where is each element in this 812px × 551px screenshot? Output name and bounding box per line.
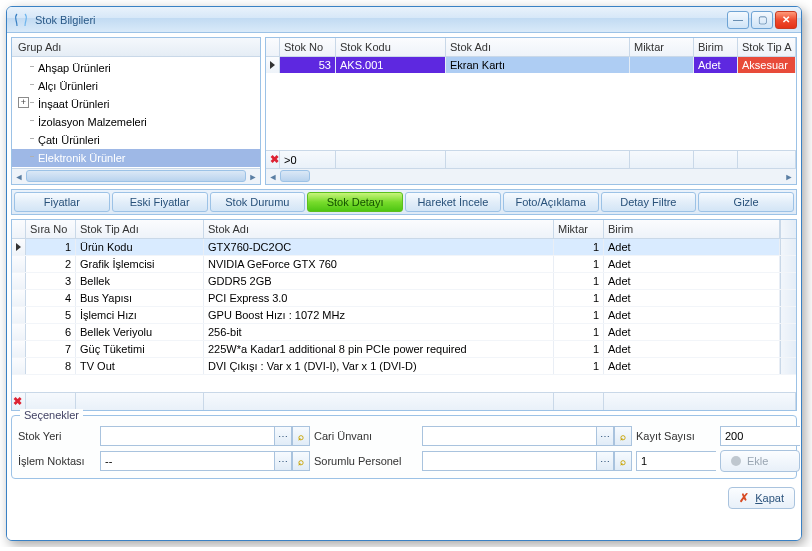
stock-grid-body[interactable]: 53AKS.001Ekran KartıAdetAksesuar — [266, 57, 796, 150]
detail-row[interactable]: 5İşlemci HızıGPU Boost Hızı : 1072 MHz1A… — [12, 307, 796, 324]
filter-clear-icon[interactable]: ✖ — [270, 153, 279, 166]
dcol-sira[interactable]: Sıra No — [26, 220, 76, 238]
tree-item[interactable]: Alçı Ürünleri — [12, 77, 260, 95]
detail-grid-body[interactable]: 1Ürün KoduGTX760-DC2OC1Adet2Grafik İşlem… — [12, 239, 796, 392]
cari-input[interactable]: ⋯ ⌕ — [422, 426, 632, 446]
group-tree[interactable]: Ahşap ÜrünleriAlçı Ürünleriİnşaat Ürünle… — [12, 57, 260, 168]
dcol-tip[interactable]: Stok Tip Adı — [76, 220, 204, 238]
detail-row[interactable]: 7Güç Tüketimi225W*a Kadar1 additional 8 … — [12, 341, 796, 358]
app-icon — [13, 12, 29, 28]
sorumlu-input[interactable]: ⋯ ⌕ — [422, 451, 632, 471]
tab-stok-durumu[interactable]: Stok Durumu — [210, 192, 306, 212]
tree-item[interactable]: Ahşap Ürünleri — [12, 59, 260, 77]
options-panel: Seçenekler Stok Yeri ⋯ ⌕ Cari Ünvanı ⋯ ⌕… — [11, 415, 797, 479]
window-close-button[interactable]: ✕ — [775, 11, 797, 29]
col-stok-adi[interactable]: Stok Adı — [446, 38, 630, 56]
tab-stok-detay-[interactable]: Stok Detayı — [307, 192, 403, 212]
stock-grid-panel: Stok No Stok Kodu Stok Adı Miktar Birim … — [265, 37, 797, 185]
page-spin[interactable]: ▲▼ — [636, 451, 716, 471]
tab-gizle[interactable]: Gizle — [698, 192, 794, 212]
window-title: Stok Bilgileri — [35, 14, 727, 26]
tree-item[interactable]: Elektronik Ürünler — [12, 149, 260, 167]
kapat-label: Kapat — [755, 492, 784, 504]
stok-yeri-field[interactable] — [100, 426, 274, 446]
ekle-label: Ekle — [747, 455, 768, 467]
stok-yeri-input[interactable]: ⋯ ⌕ — [100, 426, 310, 446]
lookup-icon[interactable]: ⋯ — [274, 426, 292, 446]
tree-scrollbar[interactable]: ◄► — [12, 168, 260, 184]
maximize-button[interactable]: ▢ — [751, 11, 773, 29]
titlebar[interactable]: Stok Bilgileri — ▢ ✕ — [7, 7, 801, 33]
tree-item[interactable]: Çatı Ürünleri — [12, 131, 260, 149]
kayit-sayisi-field[interactable] — [721, 427, 802, 445]
detail-row[interactable]: 3BellekGDDR5 2GB1Adet — [12, 273, 796, 290]
lbl-stok-yeri: Stok Yeri — [18, 430, 96, 442]
detail-grid-panel: Sıra No Stok Tip Adı Stok Adı Miktar Bir… — [11, 219, 797, 411]
lbl-sorumlu: Sorumlu Personel — [314, 455, 418, 467]
filter-stok-no[interactable]: >0 — [280, 151, 336, 168]
lookup-icon[interactable]: ⋯ — [596, 426, 614, 446]
detail-grid-footer[interactable]: ✖ — [12, 392, 796, 410]
stock-grid-filter-row[interactable]: ✖ >0 — [266, 150, 796, 168]
app-window: Stok Bilgileri — ▢ ✕ Grup Adı Ahşap Ürün… — [6, 6, 802, 541]
find-icon[interactable]: ⌕ — [614, 451, 632, 471]
stock-grid-hscroll[interactable]: ◄► — [266, 168, 796, 184]
lookup-icon[interactable]: ⋯ — [274, 451, 292, 471]
col-miktar[interactable]: Miktar — [630, 38, 694, 56]
kapat-button[interactable]: ✗ Kapat — [728, 487, 795, 509]
detail-row[interactable]: 6Bellek Veriyolu256-bit1Adet — [12, 324, 796, 341]
col-stok-tip[interactable]: Stok Tip A — [738, 38, 796, 56]
group-tree-panel: Grup Adı Ahşap ÜrünleriAlçı Ürünleriİnşa… — [11, 37, 261, 185]
islem-field[interactable] — [100, 451, 274, 471]
kayit-sayisi-spin[interactable]: ▲▼ — [720, 426, 800, 446]
lbl-kayit: Kayıt Sayısı — [636, 430, 716, 442]
plus-icon — [731, 456, 741, 466]
tab-hareket-i-ncele[interactable]: Hareket İncele — [405, 192, 501, 212]
find-icon[interactable]: ⌕ — [292, 451, 310, 471]
detail-filter-clear-icon[interactable]: ✖ — [13, 395, 22, 408]
group-tree-header[interactable]: Grup Adı — [12, 38, 260, 57]
tab-foto-a-klama[interactable]: Foto/Açıklama — [503, 192, 599, 212]
cari-field[interactable] — [422, 426, 596, 446]
col-birim[interactable]: Birim — [694, 38, 738, 56]
detail-tabs: FiyatlarEski FiyatlarStok DurumuStok Det… — [11, 189, 797, 215]
find-icon[interactable]: ⌕ — [614, 426, 632, 446]
options-legend: Seçenekler — [20, 409, 83, 421]
stock-row[interactable]: 53AKS.001Ekran KartıAdetAksesuar — [266, 57, 796, 73]
tab-eski-fiyatlar[interactable]: Eski Fiyatlar — [112, 192, 208, 212]
tree-item[interactable]: İzolasyon Malzemeleri — [12, 113, 260, 131]
detail-row[interactable]: 4Bus YapısıPCI Express 3.01Adet — [12, 290, 796, 307]
lbl-islem: İşlem Noktası — [18, 455, 96, 467]
stock-grid-header[interactable]: Stok No Stok Kodu Stok Adı Miktar Birim … — [266, 38, 796, 57]
tab-detay-filtre[interactable]: Detay Filtre — [601, 192, 697, 212]
dcol-miktar[interactable]: Miktar — [554, 220, 604, 238]
col-stok-no[interactable]: Stok No — [280, 38, 336, 56]
detail-row[interactable]: 2Grafik İşlemcisiNVIDIA GeForce GTX 7601… — [12, 256, 796, 273]
sorumlu-field[interactable] — [422, 451, 596, 471]
tree-item[interactable]: İnşaat Ürünleri — [12, 95, 260, 113]
minimize-button[interactable]: — — [727, 11, 749, 29]
close-icon: ✗ — [739, 491, 749, 505]
dcol-adi[interactable]: Stok Adı — [204, 220, 554, 238]
dcol-birim[interactable]: Birim — [604, 220, 780, 238]
tab-fiyatlar[interactable]: Fiyatlar — [14, 192, 110, 212]
find-icon[interactable]: ⌕ — [292, 426, 310, 446]
lbl-cari: Cari Ünvanı — [314, 430, 418, 442]
col-stok-kodu[interactable]: Stok Kodu — [336, 38, 446, 56]
islem-input[interactable]: ⋯ ⌕ — [100, 451, 310, 471]
detail-row[interactable]: 1Ürün KoduGTX760-DC2OC1Adet — [12, 239, 796, 256]
detail-row[interactable]: 8TV OutDVI Çıkışı : Var x 1 (DVI-I), Var… — [12, 358, 796, 375]
detail-grid-header[interactable]: Sıra No Stok Tip Adı Stok Adı Miktar Bir… — [12, 220, 796, 239]
lookup-icon[interactable]: ⋯ — [596, 451, 614, 471]
ekle-button[interactable]: Ekle — [720, 450, 800, 472]
